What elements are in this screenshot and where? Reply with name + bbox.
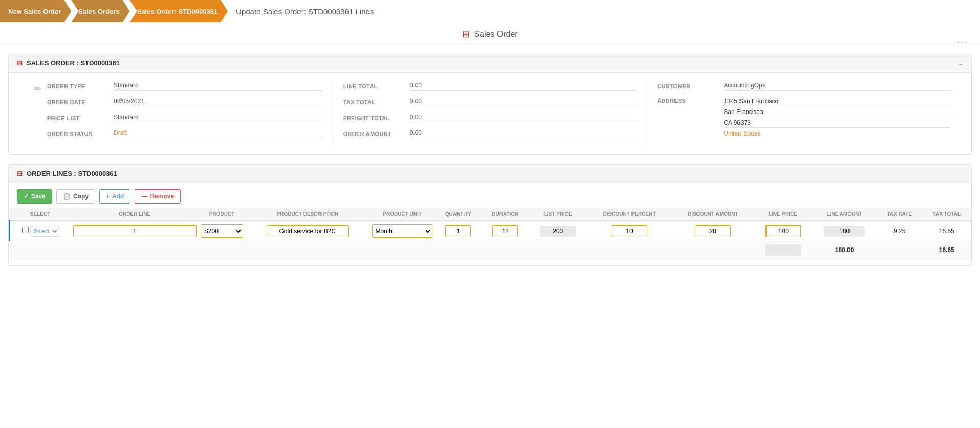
col-tax-rate: TAX RATE [877, 208, 922, 221]
address-row: ADDRESS 1345 San Francisco San Francisco… [657, 98, 951, 137]
col-discount-amount: DISCOUNT AMOUNT [672, 208, 754, 221]
col-select: SELECT [10, 208, 71, 221]
address-line2: San Francisco [724, 108, 951, 117]
col-tax-total: TAX TOTAL [922, 208, 971, 221]
order-lines-table: SELECT ORDER LINE PRODUCT PRODUCT DESCRI… [9, 208, 971, 259]
line-price-input[interactable] [765, 225, 801, 237]
save-icon: ✓ [24, 193, 29, 200]
cell-order-line [71, 221, 199, 241]
product-description-input[interactable] [267, 225, 349, 237]
customer-row: CUSTOMER AccountingOps [657, 82, 951, 91]
freight-total-row: FREIGHT TOTAL 0.00 [343, 114, 637, 122]
col-order-line: ORDER LINE [71, 208, 199, 221]
product-unit-select[interactable]: Month [372, 224, 433, 238]
discount-amount-input[interactable] [695, 225, 731, 237]
breadcrumb-new-sales-order[interactable]: New Sales Order [0, 0, 71, 22]
row-checkbox[interactable] [22, 227, 29, 233]
duration-input[interactable] [492, 225, 518, 237]
form-col-1: ✏ ORDER TYPE Standard ORDER DATE 08/05/2… [19, 82, 333, 145]
page-header-title: ⊞ Sales Order [462, 29, 517, 40]
page-title: Sales Order [474, 30, 517, 39]
breadcrumb-sales-order-detail[interactable]: Sales Order: STD0000361 [130, 0, 228, 22]
cell-tax-total: 16.65 [922, 221, 971, 241]
page-subtitle: Update Sales Order: STD0000361 Lines [236, 7, 374, 16]
breadcrumb-label: New Sales Order [8, 8, 61, 15]
sales-order-section-header: ⊟ SALES ORDER : STD0000361 ⌄ [9, 54, 971, 73]
col-list-price: LIST PRICE [529, 208, 587, 221]
summary-row: 180.00 16.65 [10, 241, 972, 259]
tax-total-value: 16.65 [939, 228, 954, 235]
tax-rate-value: 9.25 [894, 228, 905, 235]
cell-product-description [245, 221, 369, 241]
col-duration: DURATION [482, 208, 529, 221]
cell-discount-percent [587, 221, 672, 241]
cell-duration [482, 221, 529, 241]
grid-icon: ⊞ [462, 29, 470, 40]
remove-button[interactable]: — Remove [135, 189, 181, 204]
save-button[interactable]: ✓ Save [17, 189, 52, 204]
summary-tax-total: 16.65 [939, 246, 954, 254]
cell-tax-rate: 9.25 [877, 221, 922, 241]
cell-quantity [434, 221, 481, 241]
price-list-row: PRICE LIST Standard [47, 114, 322, 122]
address-line4: United States [724, 130, 951, 137]
summary-discount-amount-cell [754, 241, 812, 259]
cell-line-price [754, 221, 812, 241]
col-product-description: PRODUCT DESCRIPTION [245, 208, 369, 221]
order-line-input[interactable] [73, 225, 197, 237]
cell-product-unit: Month [370, 221, 435, 241]
breadcrumb-label: Sales Order: STD0000361 [137, 8, 218, 15]
list-price-input [540, 226, 576, 237]
select-dropdown[interactable]: Select [30, 226, 59, 237]
col-product: PRODUCT [199, 208, 245, 221]
sales-order-form: ✏ ORDER TYPE Standard ORDER DATE 08/05/2… [9, 73, 971, 154]
section-icon: ⊟ [17, 59, 23, 67]
sales-order-section-title: ⊟ SALES ORDER : STD0000361 [17, 59, 120, 67]
col-line-amount: LINE AMOUNT [812, 208, 877, 221]
more-options-button[interactable]: ... [957, 35, 968, 46]
discount-percent-input[interactable] [612, 225, 647, 237]
summary-tax-total-cell: 16.65 [922, 241, 971, 259]
order-lines-table-container: SELECT ORDER LINE PRODUCT PRODUCT DESCRI… [9, 208, 971, 265]
breadcrumb-sales-orders[interactable]: Sales Orders [71, 0, 129, 22]
address-line1: 1345 San Francisco [724, 98, 951, 106]
order-lines-section: ⊟ ORDER LINES : STD0000361 ✓ Save 📋 Copy… [8, 164, 972, 266]
cell-product: S200 [199, 221, 245, 241]
summary-line-amount-cell: 180.00 [812, 241, 877, 259]
collapse-button[interactable]: ⌄ [958, 60, 963, 67]
form-col-3: CUSTOMER AccountingOps ADDRESS 1345 San … [647, 82, 961, 145]
col-discount-percent: DISCOUNT PERCENT [587, 208, 672, 221]
order-lines-section-header: ⊟ ORDER LINES : STD0000361 [9, 165, 971, 183]
col-quantity: QUANTITY [434, 208, 481, 221]
remove-icon: — [141, 193, 147, 200]
edit-icon[interactable]: ✏ [34, 84, 41, 94]
order-amount-row: ORDER AMOUNT 0.00 [343, 129, 637, 138]
order-lines-icon: ⊟ [17, 170, 23, 177]
page-header: ⊞ Sales Order [0, 22, 980, 44]
summary-discount-input [765, 244, 801, 256]
copy-button[interactable]: 📋 Copy [56, 189, 95, 204]
sales-order-section: ⊟ SALES ORDER : STD0000361 ⌄ ✏ ORDER TYP… [8, 54, 972, 155]
address-value: 1345 San Francisco San Francisco CA 9637… [724, 98, 951, 137]
col-product-unit: PRODUCT UNIT [370, 208, 435, 221]
line-total-row: LINE TOTAL 0.00 [343, 82, 637, 91]
cell-select: Select [10, 221, 71, 241]
copy-icon: 📋 [63, 193, 71, 200]
add-icon: + [106, 193, 110, 200]
summary-line-amount: 180.00 [835, 246, 854, 254]
table-row: Select S200 [10, 221, 972, 241]
order-lines-toolbar: ✓ Save 📋 Copy + Add — Remove [9, 183, 971, 208]
order-lines-section-title: ⊟ ORDER LINES : STD0000361 [17, 170, 117, 177]
col-line-price: LINE PRICE [754, 208, 812, 221]
product-select[interactable]: S200 [201, 224, 243, 238]
cell-line-amount [812, 221, 877, 241]
breadcrumb-label: Sales Orders [78, 8, 119, 15]
form-col-2: LINE TOTAL 0.00 TAX TOTAL 0.00 FREIGHT T… [333, 82, 647, 145]
quantity-input[interactable] [445, 225, 471, 237]
cell-discount-amount [672, 221, 754, 241]
order-date-row: ORDER DATE 08/05/2021 [47, 98, 322, 106]
line-amount-input [824, 226, 865, 237]
add-button[interactable]: + Add [99, 189, 130, 204]
address-line3: CA 96373 [724, 119, 951, 128]
order-status-row: ORDER STATUS Draft [47, 129, 322, 138]
